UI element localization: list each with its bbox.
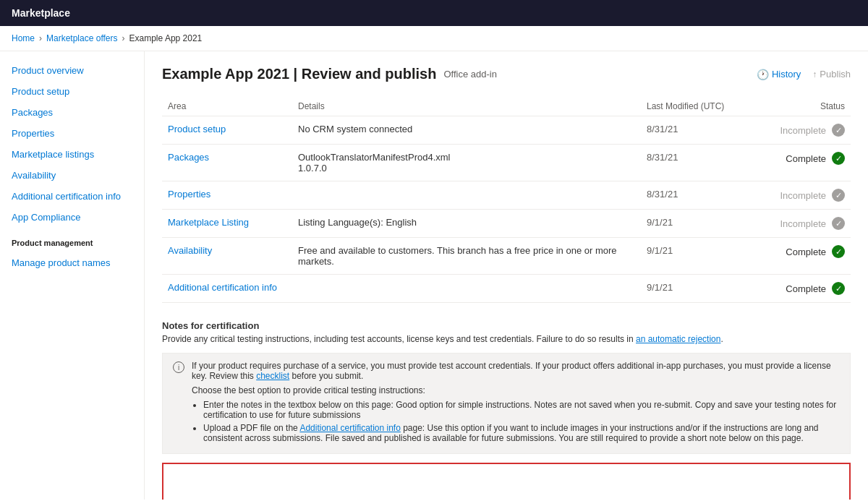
bullet-list: Enter the notes in the textbox below on … bbox=[203, 400, 840, 443]
table-row: Additional certification info9/1/21Compl… bbox=[162, 275, 851, 303]
additional-cert-link[interactable]: Additional certification info bbox=[299, 423, 400, 433]
sidebar-section-product-management: Product management bbox=[0, 234, 144, 252]
col-details: Details bbox=[292, 97, 641, 116]
top-bar: Marketplace bbox=[0, 0, 868, 26]
page-tag: Office add-in bbox=[443, 69, 496, 80]
sidebar-item-properties[interactable]: Properties bbox=[0, 123, 144, 144]
check-icon: ✓ bbox=[832, 282, 845, 295]
col-status: Status bbox=[749, 97, 851, 116]
breadcrumb: Home › Marketplace offers › Example App … bbox=[0, 26, 868, 51]
sidebar-item-manage-product-names[interactable]: Manage product names bbox=[0, 252, 144, 273]
status-cell: Incomplete✓ bbox=[749, 210, 851, 238]
status-cell: Incomplete✓ bbox=[749, 116, 851, 145]
bullet-item-2: Upload a PDF file on the Additional cert… bbox=[203, 423, 840, 443]
modified-cell: 8/31/21 bbox=[641, 116, 749, 145]
choose-label: Choose the best option to provide critic… bbox=[192, 385, 840, 395]
status-cell: Complete✓ bbox=[749, 238, 851, 275]
sidebar-item-availability[interactable]: Availability bbox=[0, 165, 144, 186]
publish-header-button[interactable]: ↑ Publish bbox=[812, 69, 851, 80]
breadcrumb-current: Example App 2021 bbox=[129, 33, 203, 43]
check-icon: ✓ bbox=[832, 245, 845, 258]
modified-cell: 9/1/21 bbox=[641, 210, 749, 238]
publish-icon: ↑ bbox=[812, 69, 817, 80]
status-label: Incomplete bbox=[780, 190, 826, 201]
table-row: Marketplace ListingListing Language(s): … bbox=[162, 210, 851, 238]
status-label: Complete bbox=[786, 247, 826, 257]
modified-cell: 9/1/21 bbox=[641, 238, 749, 275]
notes-title: Notes for certification bbox=[162, 320, 851, 331]
sidebar: Product overview Product setup Packages … bbox=[0, 51, 145, 500]
sidebar-item-additional-cert[interactable]: Additional certification info bbox=[0, 186, 144, 207]
checklist-link[interactable]: checklist bbox=[256, 371, 289, 381]
breadcrumb-marketplace-offers[interactable]: Marketplace offers bbox=[46, 33, 118, 43]
incomplete-icon: ✓ bbox=[832, 189, 845, 202]
table-row: AvailabilityFree and available to custom… bbox=[162, 238, 851, 275]
area-link[interactable]: Marketplace Listing bbox=[168, 217, 249, 228]
details-cell: OutlookTranslatorManifestProd4.xml 1.0.7… bbox=[292, 145, 641, 181]
details-cell: No CRM system connected bbox=[292, 116, 641, 145]
info-content: If your product requires purchase of a s… bbox=[192, 361, 840, 446]
layout: Product overview Product setup Packages … bbox=[0, 51, 868, 500]
area-link[interactable]: Product setup bbox=[168, 124, 226, 134]
info-icon: i bbox=[173, 361, 184, 373]
sidebar-item-product-overview[interactable]: Product overview bbox=[0, 60, 144, 81]
sidebar-item-marketplace-listings[interactable]: Marketplace listings bbox=[0, 144, 144, 165]
details-cell: Free and available to customers. This br… bbox=[292, 238, 641, 275]
auto-rejection-link[interactable]: an automatic rejection bbox=[636, 334, 720, 344]
sidebar-item-packages[interactable]: Packages bbox=[0, 102, 144, 123]
breadcrumb-home[interactable]: Home bbox=[12, 33, 35, 43]
history-icon: 🕐 bbox=[757, 69, 769, 80]
status-cell: Incomplete✓ bbox=[749, 181, 851, 210]
modified-cell: 8/31/21 bbox=[641, 145, 749, 181]
details-cell bbox=[292, 181, 641, 210]
table-row: PackagesOutlookTranslatorManifestProd4.x… bbox=[162, 145, 851, 181]
sidebar-item-product-setup[interactable]: Product setup bbox=[0, 81, 144, 102]
check-icon: ✓ bbox=[832, 152, 845, 165]
status-cell: Complete✓ bbox=[749, 145, 851, 181]
notes-desc: Provide any critical testing instruction… bbox=[162, 334, 851, 344]
breadcrumb-sep1: › bbox=[39, 33, 42, 43]
breadcrumb-sep2: › bbox=[122, 33, 125, 43]
status-cell: Complete✓ bbox=[749, 275, 851, 303]
table-row: Product setupNo CRM system connected8/31… bbox=[162, 116, 851, 145]
bullet-item-1: Enter the notes in the textbox below on … bbox=[203, 400, 840, 420]
modified-cell: 8/31/21 bbox=[641, 181, 749, 210]
cert-notes-textarea[interactable] bbox=[162, 463, 851, 500]
review-table: Area Details Last Modified (UTC) Status … bbox=[162, 97, 851, 303]
details-cell bbox=[292, 275, 641, 303]
col-modified: Last Modified (UTC) bbox=[641, 97, 749, 116]
history-button[interactable]: 🕐 History bbox=[757, 69, 801, 80]
col-area: Area bbox=[162, 97, 292, 116]
status-label: Complete bbox=[786, 283, 826, 294]
modified-cell: 9/1/21 bbox=[641, 275, 749, 303]
status-label: Incomplete bbox=[780, 125, 826, 136]
info-box: i If your product requires purchase of a… bbox=[162, 353, 851, 454]
area-link[interactable]: Packages bbox=[168, 152, 209, 163]
area-link[interactable]: Availability bbox=[168, 245, 212, 256]
incomplete-icon: ✓ bbox=[832, 217, 845, 230]
area-link[interactable]: Additional certification info bbox=[168, 282, 277, 293]
table-row: Properties8/31/21Incomplete✓ bbox=[162, 181, 851, 210]
status-label: Complete bbox=[786, 153, 826, 164]
page-title-text: Example App 2021 | Review and publish bbox=[162, 66, 436, 82]
area-link[interactable]: Properties bbox=[168, 189, 210, 200]
incomplete-icon: ✓ bbox=[832, 124, 845, 137]
page-title-actions: 🕐 History ↑ Publish bbox=[757, 69, 851, 80]
notes-section: Notes for certification Provide any crit… bbox=[162, 320, 851, 500]
main-content: Example App 2021 | Review and publish Of… bbox=[145, 51, 868, 500]
details-cell: Listing Language(s): English bbox=[292, 210, 641, 238]
sidebar-item-app-compliance[interactable]: App Compliance bbox=[0, 207, 144, 228]
page-title-row: Example App 2021 | Review and publish Of… bbox=[162, 66, 851, 82]
top-bar-title: Marketplace bbox=[12, 7, 70, 19]
status-label: Incomplete bbox=[780, 218, 826, 229]
